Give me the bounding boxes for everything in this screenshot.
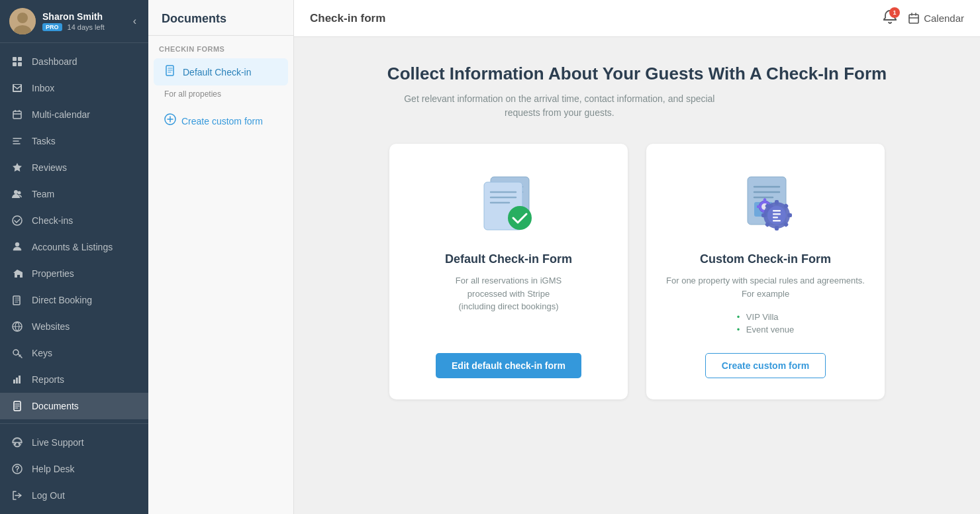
- sidebar-item-label: Reports: [32, 374, 64, 385]
- sidebar-item-team[interactable]: Team: [0, 181, 148, 207]
- multicalendar-icon: [11, 108, 24, 121]
- svg-rect-41: [775, 200, 779, 205]
- notifications-button[interactable]: 1: [883, 9, 897, 27]
- edit-default-checkin-button[interactable]: Edit default check-in form: [436, 353, 581, 378]
- create-custom-form-button[interactable]: Create custom form: [705, 353, 826, 378]
- sidebar-item-reports[interactable]: Reports: [0, 366, 148, 393]
- svg-rect-3: [13, 57, 17, 61]
- custom-checkin-card-title: Custom Check-in Form: [700, 252, 831, 266]
- keys-icon: [11, 346, 24, 360]
- plus-circle-icon: [164, 113, 176, 128]
- default-checkin-card-icon: [472, 170, 545, 236]
- svg-rect-38: [773, 213, 781, 215]
- accounts-icon: [11, 240, 24, 254]
- sidebar-item-websites[interactable]: Websites: [0, 313, 148, 340]
- collapse-button[interactable]: ‹: [130, 13, 139, 30]
- panel-item-label: Default Check-in: [183, 67, 252, 77]
- panel-item-default-checkin[interactable]: Default Check-in: [154, 58, 288, 85]
- calendar-label: Calendar: [924, 13, 964, 24]
- sidebar-item-reviews[interactable]: Reviews: [0, 154, 148, 181]
- custom-checkin-card-desc: For one property with special rules and …: [666, 274, 865, 300]
- inbox-icon: [11, 81, 24, 95]
- content-area: Collect Information About Your Guests Wi…: [294, 37, 980, 514]
- calendar-icon: [908, 13, 920, 25]
- sidebar-item-label: Team: [32, 189, 54, 199]
- sidebar-item-accounts[interactable]: Accounts & Listings: [0, 234, 148, 260]
- sidebar-item-dashboard[interactable]: Dashboard: [0, 48, 148, 75]
- sidebar-item-properties[interactable]: Properties: [0, 260, 148, 287]
- secondary-panel: Documents CHECKIN FORMS Default Check-in…: [148, 0, 294, 514]
- svg-rect-40: [773, 220, 781, 222]
- svg-point-36: [767, 206, 786, 225]
- avatar: [9, 8, 36, 34]
- svg-rect-21: [909, 15, 918, 23]
- sidebar-item-label: Accounts & Listings: [32, 242, 113, 252]
- sidebar-header: Sharon Smith PRO 14 days left ‹: [0, 0, 148, 43]
- websites-icon: [11, 320, 24, 333]
- panel-item-sub: For all propeties: [154, 87, 288, 104]
- svg-rect-31: [757, 205, 761, 208]
- reports-icon: [11, 373, 24, 386]
- documents-icon: [11, 399, 24, 413]
- svg-rect-6: [18, 62, 22, 66]
- list-item: VIP Villa: [737, 312, 794, 322]
- svg-point-8: [14, 190, 18, 194]
- sidebar-item-log-out[interactable]: Log Out: [0, 482, 148, 509]
- custom-checkin-card-icon: [729, 170, 802, 236]
- hero-section: Collect Information About Your Guests Wi…: [387, 64, 887, 120]
- sidebar-item-label: Help Desk: [32, 464, 75, 474]
- custom-checkin-card: Custom Check-in Form For one property wi…: [646, 144, 885, 399]
- sidebar-item-live-support[interactable]: Live Support: [0, 429, 148, 456]
- checkins-icon: [11, 214, 24, 227]
- default-checkin-card-title: Default Check-in Form: [445, 252, 572, 266]
- custom-checkin-card-list: VIP Villa Event venue: [737, 312, 794, 337]
- calendar-button[interactable]: Calendar: [908, 13, 964, 25]
- sidebar-item-label: Direct Booking: [32, 295, 92, 305]
- topbar: Check-in form 1 Calendar: [294, 0, 980, 37]
- sidebar-item-label: Documents: [32, 401, 79, 411]
- sidebar-item-multicalendar[interactable]: Multi-calendar: [0, 101, 148, 128]
- pro-badge: PRO: [42, 23, 62, 31]
- sidebar-item-inbox[interactable]: Inbox: [0, 75, 148, 101]
- hero-title: Collect Information About Your Guests Wi…: [387, 64, 887, 84]
- sidebar-item-keys[interactable]: Keys: [0, 340, 148, 366]
- svg-rect-44: [787, 213, 792, 217]
- create-custom-form-link[interactable]: Create custom form: [154, 107, 288, 135]
- sidebar-item-checkins[interactable]: Check-ins: [0, 207, 148, 234]
- svg-rect-5: [13, 62, 17, 66]
- default-checkin-card-desc: For all reservations in iGMSprocessed wi…: [456, 274, 562, 313]
- sidebar-item-label: Tasks: [32, 136, 56, 146]
- create-btn-label: Create custom form: [181, 116, 263, 127]
- properties-icon: [11, 267, 24, 280]
- sidebar-item-label: Multi-calendar: [32, 109, 90, 120]
- sidebar-footer: Live Support Help Desk Log Out: [0, 423, 148, 514]
- sidebar-item-tasks[interactable]: Tasks: [0, 128, 148, 154]
- svg-point-10: [13, 216, 22, 225]
- main-content: Check-in form 1 Calendar Collect Informa…: [294, 0, 980, 514]
- svg-rect-4: [18, 57, 22, 61]
- sidebar-item-documents[interactable]: Documents: [0, 393, 148, 419]
- sidebar-item-label: Keys: [32, 348, 52, 358]
- sidebar: Sharon Smith PRO 14 days left ‹ Dashboar…: [0, 0, 148, 514]
- cards-row: Default Check-in Form For all reservatio…: [366, 144, 908, 399]
- log-out-icon: [11, 489, 24, 502]
- svg-rect-43: [761, 213, 766, 217]
- live-support-icon: [11, 436, 24, 449]
- user-name: Sharon Smith: [42, 11, 130, 22]
- checkin-form-icon: [164, 65, 176, 79]
- user-info: Sharon Smith PRO 14 days left: [42, 11, 130, 31]
- notification-badge: 1: [889, 7, 900, 18]
- sidebar-item-label: Check-ins: [32, 215, 73, 226]
- dashboard-icon: [11, 55, 24, 68]
- trial-label: 14 days left: [68, 23, 105, 31]
- svg-rect-42: [775, 226, 779, 231]
- svg-rect-7: [13, 111, 21, 119]
- sidebar-item-help-desk[interactable]: Help Desk: [0, 456, 148, 482]
- list-item: Event venue: [737, 325, 794, 334]
- default-checkin-card: Default Check-in Form For all reservatio…: [389, 144, 628, 399]
- avatar-image: [9, 8, 36, 34]
- topbar-title: Check-in form: [310, 12, 385, 25]
- sidebar-item-label: Reviews: [32, 162, 67, 173]
- sidebar-item-direct-booking[interactable]: Direct Booking: [0, 287, 148, 313]
- direct-booking-icon: [11, 293, 24, 307]
